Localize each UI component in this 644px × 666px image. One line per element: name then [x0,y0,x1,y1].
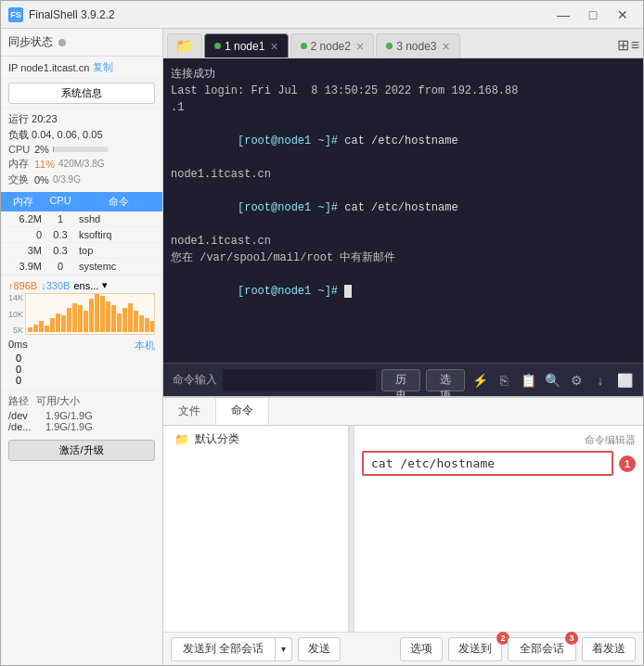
app-title: FinalShell 3.9.2.2 [29,8,550,21]
net-scale-3: 5K [8,326,23,335]
sync-status: 同步状态 [1,29,162,57]
folder-icon: 📁 [175,37,194,55]
send-to-badge-container: 发送到 2 [448,637,502,661]
tab-label-node1: 1 node1 [225,40,264,53]
menu-icon: ≡ [631,37,639,54]
tab-folder[interactable]: 📁 [167,33,202,58]
download-icon-btn[interactable]: ↓ [591,369,610,391]
bottom-right-panel: 命令编辑器 1 [354,426,643,632]
net-scale-2: 10K [8,310,23,319]
disk-size-1: 1.9G/1.9G [45,410,93,421]
net-down: ↓330B [41,280,70,291]
main-content: 同步状态 IP node1.itcast.cn 复制 系统信息 运行 20:23… [1,29,643,665]
net-label: ens... [73,280,98,291]
settings-icon-btn[interactable]: ⚙ [567,369,586,391]
disk-path-1: /dev [8,410,38,421]
close-button[interactable]: ✕ [610,6,636,24]
bottom-tab-file[interactable]: 文件 [163,398,216,425]
sidebar: 同步状态 IP node1.itcast.cn 复制 系统信息 运行 20:23… [1,29,163,665]
lightning-icon-btn[interactable]: ⚡ [470,369,489,391]
copy-link[interactable]: 复制 [93,60,113,74]
clipboard-icon-btn[interactable]: 📋 [519,369,537,391]
cpu-bar [53,147,109,152]
tab-dot-node2 [301,43,307,49]
proc-row: 6.2M 1 sshd [1,211,162,227]
terminal[interactable]: 连接成功 Last login: Fri Jul 8 13:50:25 2022… [163,58,643,363]
run-time-row: 运行 20:23 [8,112,155,126]
ip-row: IP node1.itcast.cn 复制 [1,57,162,79]
bottom-toolbar: 发送到 全部会话 ▾ 发送 选项 发送到 2 全部会话 3 [163,632,643,665]
swap-label: 交换 [8,173,31,186]
cmd-badge-1: 1 [619,455,636,472]
sync-dot [58,39,66,46]
options-button[interactable]: 选项 [426,369,465,391]
latency-vals: 0 0 0 [8,352,155,386]
latency-value: 0ms [8,339,28,352]
sync-label: 同步状态 [8,34,53,50]
title-bar: FS FinalShell 3.9.2.2 — □ ✕ [1,1,643,29]
send-to-all-arrow[interactable]: ▾ [276,637,292,661]
term-cmd: cat /etc/hostname [344,134,457,147]
tab-node3[interactable]: 3 node3 × [376,33,460,58]
disk-row: /dev 1.9G/1.9G [8,410,155,421]
minimize-button[interactable]: — [550,6,576,24]
cmd-editor-input[interactable] [362,451,613,476]
cpu-row: CPU 2% [8,144,155,155]
fullscreen-icon-btn[interactable]: ⬜ [615,369,634,391]
cpu-label: CPU [8,144,31,155]
term-line: Last login: Fri Jul 8 13:50:25 2022 from… [171,83,636,99]
term-cursor [344,285,352,298]
proc-row: 0 0.3 ksoftirq [1,227,162,243]
grid-icon: ⊞ [617,36,629,54]
disk-row: /de... 1.9G/1.9G [8,421,155,432]
sysinfo-button[interactable]: 系统信息 [8,83,155,104]
history-button[interactable]: 历史 [381,369,420,391]
tab-close-node3[interactable]: × [443,39,450,54]
search-icon-btn[interactable]: 🔍 [543,369,561,391]
term-prompt: [root@node1 ~]# [238,134,344,147]
term-line: node1.itcast.cn [171,166,636,183]
load-label: 负载 0.04, 0.06, 0.05 [8,128,103,142]
tab-label-node3: 3 node3 [396,40,436,53]
category-label: 默认分类 [195,431,239,447]
proc-row: 3.9M 0 systemc [1,259,162,275]
net-expand[interactable]: ▾ [102,279,108,291]
bottom-tab-command[interactable]: 命令 [216,398,269,425]
send-to-button[interactable]: 发送到 [448,637,502,661]
copy-icon-btn[interactable]: ⎘ [495,369,513,391]
term-cmd: cat /etc/hostname [344,201,457,214]
tab-close-node2[interactable]: × [356,39,364,54]
send-button[interactable]: 发送 [298,637,341,661]
cmd-input[interactable] [223,369,376,391]
category-folder-icon: 📁 [174,432,189,446]
maximize-button[interactable]: □ [580,6,606,24]
tab-dot-node3 [386,43,393,49]
tab-node2[interactable]: 2 node2 × [290,33,375,58]
right-panel: 📁 1 node1 × 2 node2 × 3 node3 [163,29,643,665]
send-to-all-button[interactable]: 发送到 全部会话 [171,637,276,661]
term-prompt: [root@node1 ~]# [238,285,344,298]
latency-host: 本机 [135,339,155,352]
proc-header-mem: 内存 [1,194,45,210]
tab-grid-button[interactable]: ⊞ ≡ [617,36,639,58]
mem-value: 11% [34,159,55,170]
term-prompt: [root@node1 ~]# [238,201,344,214]
options-btn-bottom[interactable]: 选项 [400,637,443,661]
all-sessions-badge-container: 全部会话 3 [508,637,576,661]
ip-label: IP node1.itcast.cn [8,62,89,73]
tab-label-node2: 2 node2 [311,40,351,53]
latency-val-1: 0 [16,352,148,364]
swap-value: 0% [34,174,49,186]
tab-bar: 📁 1 node1 × 2 node2 × 3 node3 [163,29,643,58]
tab-close-node1[interactable]: × [270,39,277,54]
upgrade-button[interactable]: 激活/升级 [8,440,155,461]
proc-table-body: 6.2M 1 sshd 0 0.3 ksoftirq 3M 0.3 top 3.… [1,211,162,275]
all-sessions-group: 全部会话 3 [508,637,576,661]
cpu-value: 2% [34,144,49,155]
category-default[interactable]: 📁 默认分类 [163,426,348,453]
send-all-button[interactable]: 着发送 [582,637,636,661]
tab-node1[interactable]: 1 node1 × [204,33,289,58]
cmd-editor-label: 命令编辑器 [362,433,636,447]
disk-header: 路径 可用/大小 [8,394,155,408]
proc-table-header: 内存 CPU 命令 [1,192,162,211]
